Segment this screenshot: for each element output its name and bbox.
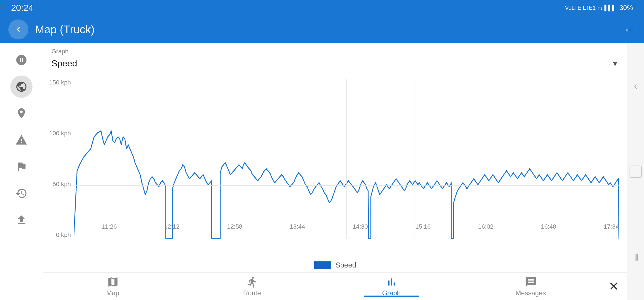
- route-icon: [246, 276, 258, 288]
- main-content: Graph Speed ▼ 150 kph 100 kph 50 kph 0 k…: [43, 43, 627, 300]
- close-button[interactable]: ✕: [600, 279, 627, 293]
- x-label-1430: 14:30: [353, 223, 368, 230]
- right-chevron-icon[interactable]: ‹: [634, 80, 637, 92]
- graph-selector: Graph Speed ▼: [43, 43, 627, 73]
- dropdown-arrow-icon: ▼: [611, 59, 619, 68]
- nav-item-map[interactable]: Map: [43, 276, 182, 297]
- nav-label-map: Map: [106, 289, 119, 297]
- vert-line-1: [142, 79, 142, 239]
- x-label-1126: 11:26: [101, 223, 117, 230]
- grid-line-bottom: [74, 239, 619, 239]
- status-icons: VoLTE LTE1 ↑↓ ▌▌▌ 30%: [565, 4, 633, 12]
- x-label-1516: 15:16: [415, 223, 431, 230]
- nav-active-bar: [364, 296, 419, 297]
- vert-line-2: [210, 79, 210, 239]
- status-bar: 20:24 VoLTE LTE1 ↑↓ ▌▌▌ 30%: [0, 0, 644, 16]
- vert-line-6: [483, 79, 483, 239]
- y-label-150: 150 kph: [46, 79, 74, 86]
- y-label-0: 0 kph: [46, 231, 74, 239]
- back-button[interactable]: [8, 19, 28, 39]
- vert-line-7: [551, 79, 551, 239]
- graph-dropdown-value: Speed: [51, 58, 77, 69]
- x-axis: 11:26 12:12 12:58 13:44 14:30 15:16 16:0…: [101, 223, 619, 230]
- legend-label-speed: Speed: [335, 261, 356, 269]
- x-label-1212: 12:12: [164, 223, 180, 230]
- map-icon: [107, 276, 119, 288]
- y-axis: 150 kph 100 kph 50 kph 0 kph: [46, 79, 74, 239]
- graph-dropdown[interactable]: Speed ▼: [51, 56, 619, 73]
- legend-color-speed: [314, 261, 331, 269]
- battery-indicator: 30%: [620, 4, 633, 12]
- chart-area: 150 kph 100 kph 50 kph 0 kph: [43, 73, 627, 258]
- header-title: Map (Truck): [35, 23, 623, 36]
- nav-item-route[interactable]: Route: [182, 276, 322, 297]
- signal-icon: VoLTE LTE1 ↑↓ ▌▌▌: [565, 5, 616, 11]
- vert-line-4: [346, 79, 347, 239]
- nav-label-messages: Messages: [516, 289, 546, 297]
- sidebar-icon-speedometer[interactable]: [10, 49, 33, 71]
- nav-label-route: Route: [243, 289, 261, 297]
- x-label-1648: 16:48: [541, 223, 556, 230]
- chart-inner: 150 kph 100 kph 50 kph 0 kph: [46, 79, 619, 258]
- header-back-right[interactable]: ←: [623, 22, 636, 36]
- status-time: 20:24: [11, 3, 33, 13]
- sidebar-icon-warning[interactable]: [10, 129, 33, 151]
- vert-line-5: [415, 79, 415, 239]
- bottom-nav: Map Route Graph Messages ✕: [43, 272, 627, 300]
- graph-icon: [385, 276, 398, 288]
- sidebar: [0, 43, 43, 300]
- right-edge: ‹ ⦀: [627, 43, 644, 300]
- sidebar-icon-location[interactable]: [10, 102, 33, 124]
- sidebar-icon-history[interactable]: [10, 182, 33, 204]
- x-label-1734: 17:34: [604, 223, 619, 230]
- graph-label: Graph: [51, 48, 619, 55]
- x-label-1258: 12:58: [227, 223, 242, 230]
- nav-item-messages[interactable]: Messages: [461, 276, 600, 297]
- messages-icon: [525, 276, 537, 288]
- x-label-1344: 13:44: [290, 223, 305, 230]
- chart-legend: Speed: [43, 258, 627, 272]
- vert-line-3: [278, 79, 278, 239]
- chart-plot: 11:26 12:12 12:58 13:44 14:30 15:16 16:0…: [74, 79, 619, 239]
- right-checkbox[interactable]: [630, 166, 642, 178]
- nav-item-graph[interactable]: Graph: [322, 276, 461, 297]
- sidebar-icon-globe[interactable]: [10, 76, 33, 98]
- x-label-1602: 16:02: [478, 223, 493, 230]
- vert-line-0: [74, 79, 74, 239]
- y-label-100: 100 kph: [46, 130, 74, 137]
- sidebar-icon-upload[interactable]: [10, 209, 33, 231]
- header-bar: Map (Truck) ←: [0, 16, 644, 43]
- right-handle-icon: ⦀: [634, 251, 637, 263]
- sidebar-icon-flag[interactable]: [10, 156, 33, 178]
- y-label-50: 50 kph: [46, 181, 74, 188]
- vert-line-8: [619, 79, 619, 239]
